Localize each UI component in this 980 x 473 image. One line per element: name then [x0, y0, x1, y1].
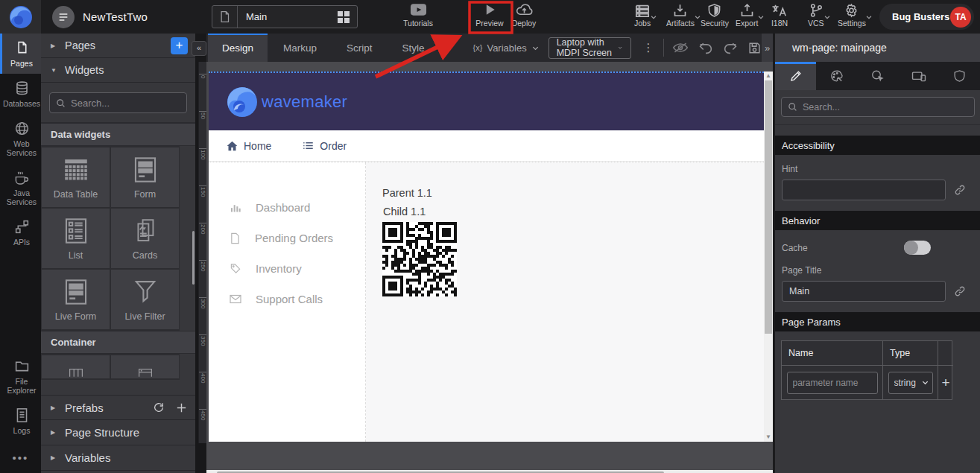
artifacts-menu[interactable]: Artifacts — [666, 3, 695, 28]
rail-item-apis[interactable]: APIs — [0, 212, 41, 253]
refresh-icon[interactable] — [153, 401, 165, 413]
team-button[interactable]: Bug Busters TA — [879, 4, 974, 30]
prefabs-accordion[interactable]: ▶ Prefabs — [41, 395, 195, 420]
toolbar-overflow-chevron[interactable]: » — [762, 34, 773, 62]
undo-icon[interactable] — [698, 41, 713, 54]
deploy-button[interactable]: Deploy — [503, 2, 545, 28]
widget-search-input[interactable] — [71, 98, 175, 109]
tab-design[interactable]: Design — [208, 34, 268, 62]
tab-properties[interactable] — [775, 62, 816, 90]
save-icon[interactable] — [747, 41, 762, 55]
tab-devices[interactable] — [898, 62, 939, 90]
device-dropdown[interactable]: Laptop with MDPI Screen — [549, 37, 631, 59]
vcs-menu[interactable]: VCS — [808, 3, 824, 28]
scroll-left-arrow[interactable]: ◄ — [206, 470, 217, 473]
hide-widgets-icon[interactable] — [672, 41, 689, 54]
widget-form[interactable]: Form — [111, 147, 179, 207]
widget-panel-partial[interactable] — [111, 355, 179, 378]
tree-node-parent[interactable]: Parent 1.1 — [382, 187, 764, 199]
variables-dropdown[interactable]: {x} Variables — [473, 34, 540, 62]
variables-accordion[interactable]: ▶ Variables — [41, 445, 195, 471]
canvas-vertical-scrollbar[interactable]: ▲ ▼ — [764, 72, 773, 442]
rail-bottom: File Explorer Logs ••• — [0, 352, 41, 469]
widget-data-table[interactable]: Data Table — [42, 147, 110, 207]
page-title-label: Page Title — [782, 265, 973, 276]
property-search-input[interactable] — [803, 102, 952, 112]
add-prefab-icon[interactable] — [175, 401, 188, 414]
vertical-ruler: 050100150200250300350400450 — [198, 62, 206, 443]
page-header-widget[interactable]: wavemaker — [209, 72, 764, 130]
nav-item-order[interactable]: Order — [303, 140, 347, 152]
nav-item-home[interactable]: Home — [227, 140, 271, 152]
redo-icon[interactable] — [723, 41, 738, 54]
hint-input[interactable] — [782, 180, 946, 200]
cache-toggle[interactable] — [904, 241, 931, 255]
page-grid-icon[interactable] — [338, 11, 357, 23]
behavior-section-header[interactable]: Behavior — [775, 211, 980, 230]
pages-accordion[interactable]: ▶ Pages + — [41, 34, 195, 58]
jobs-menu[interactable]: Jobs — [634, 3, 651, 28]
page-structure-accordion[interactable]: ▶ Page Structure — [41, 420, 195, 445]
widget-container-partial[interactable] — [42, 355, 110, 378]
scroll-right-arrow[interactable]: ► — [762, 470, 773, 473]
tab-style[interactable]: Style — [388, 34, 439, 62]
wave-logo-icon — [7, 4, 34, 31]
rail-item-java-services[interactable]: Java Services — [0, 163, 41, 212]
security-menu[interactable]: Security — [701, 3, 729, 28]
wavemaker-logo[interactable] — [0, 0, 41, 34]
widget-search[interactable] — [49, 92, 187, 113]
add-page-button[interactable]: + — [171, 37, 188, 54]
param-name-input[interactable] — [787, 372, 878, 394]
qr-code[interactable] — [382, 222, 457, 296]
canvas-horizontal-scrollbar[interactable]: ◄ ► — [206, 470, 773, 473]
tab-markup[interactable]: Markup — [269, 34, 331, 62]
widget-list[interactable]: List — [42, 209, 110, 268]
vertical-scroll-thumb[interactable] — [765, 80, 772, 334]
menu-item-support-calls[interactable]: Support Calls — [209, 284, 365, 314]
rail-item-file-explorer[interactable]: File Explorer — [0, 352, 41, 401]
scroll-down-arrow[interactable]: ▼ — [764, 433, 773, 442]
tree-node-child[interactable]: Child 1.1 — [382, 206, 764, 218]
rail-item-pages[interactable]: Pages — [0, 34, 41, 74]
widget-live-filter[interactable]: Live Filter — [111, 270, 179, 329]
tab-inspector[interactable] — [857, 62, 898, 90]
tab-styles[interactable] — [816, 62, 857, 90]
current-page-name: Main — [238, 11, 338, 22]
menu-item-inventory[interactable]: Inventory — [209, 253, 365, 284]
tab-script[interactable]: Script — [332, 34, 387, 62]
export-menu[interactable]: Export — [736, 3, 758, 28]
canvas-kebab-menu[interactable]: ⋮ — [643, 41, 654, 54]
param-type-select[interactable]: string — [888, 372, 933, 394]
bind-link-icon[interactable] — [954, 285, 966, 297]
page-params-table: Name Type string + — [781, 340, 952, 400]
collapse-panel-button[interactable]: « — [192, 41, 206, 56]
rail-item-databases[interactable]: Databases — [0, 74, 41, 114]
page-selector[interactable]: Main — [212, 5, 358, 28]
param-add-cell: + — [938, 366, 953, 399]
settings-menu[interactable]: Settings — [838, 3, 866, 28]
page-title-input[interactable] — [782, 281, 946, 302]
rail-item-logs[interactable]: Logs — [0, 401, 41, 441]
menu-item-dashboard[interactable]: Dashboard — [209, 192, 365, 223]
user-avatar[interactable]: TA — [950, 7, 971, 28]
accessibility-section-header[interactable]: Accessibility — [775, 136, 980, 155]
left-panel-scrollbar[interactable] — [192, 231, 195, 285]
widget-live-form[interactable]: Live Form — [42, 270, 110, 329]
add-param-button[interactable]: + — [941, 375, 949, 391]
pages-icon — [14, 40, 30, 56]
i18n-menu[interactable]: I18N — [771, 3, 788, 28]
page-params-section-header[interactable]: Page Params — [775, 312, 980, 331]
bind-link-icon[interactable] — [954, 184, 966, 196]
tab-security[interactable] — [939, 62, 980, 90]
tutorials-button[interactable]: Tutorials — [397, 2, 439, 28]
menu-item-pending-orders[interactable]: Pending Orders — [209, 223, 365, 253]
chevron-down-icon — [650, 13, 657, 21]
widget-cards[interactable]: Cards — [111, 209, 179, 268]
more-options-icon[interactable]: ••• — [0, 441, 41, 469]
scroll-up-arrow[interactable]: ▲ — [764, 72, 773, 80]
widgets-accordion[interactable]: ▼ Widgets — [41, 58, 195, 83]
rail-item-web-services[interactable]: Web Services — [0, 114, 41, 163]
design-canvas-page[interactable]: wavemaker Home Order — [209, 72, 764, 442]
brand-text: wavemaker — [262, 92, 347, 112]
property-search[interactable] — [781, 97, 975, 117]
